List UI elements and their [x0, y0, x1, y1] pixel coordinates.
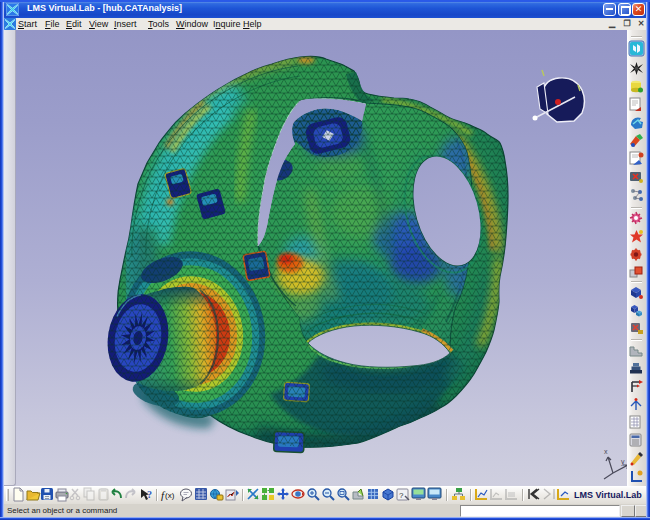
svg-text:?: ? [147, 489, 152, 500]
svg-text:LMS Virtual.Lab: LMS Virtual.Lab [574, 490, 642, 500]
svg-text:y: y [621, 458, 625, 466]
svg-text:x: x [604, 448, 608, 455]
svg-text:?: ? [399, 491, 404, 500]
svg-text:(x): (x) [165, 491, 175, 500]
